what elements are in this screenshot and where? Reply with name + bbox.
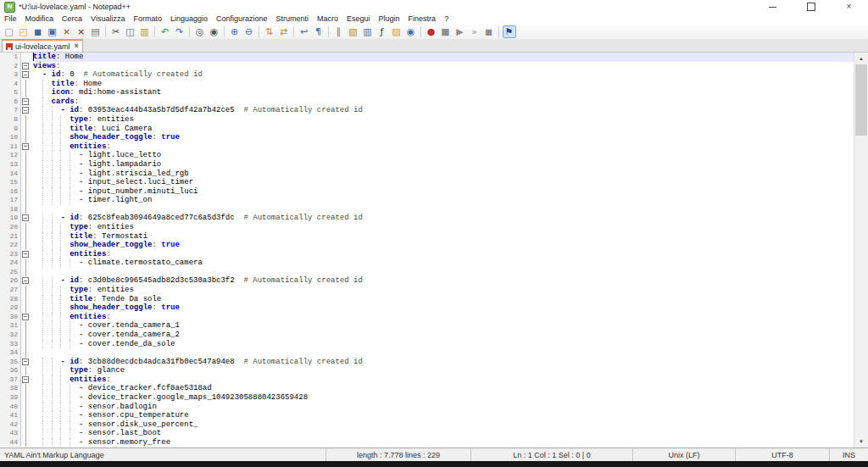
- menu-item-strumenti[interactable]: Strumenti: [272, 14, 314, 25]
- status-insert-mode[interactable]: INS: [829, 448, 868, 461]
- editor-text[interactable]: - id: 625c8feab3094649a8ced77c6a5d3fdc #…: [31, 214, 854, 223]
- editor-text[interactable]: type: entities: [31, 286, 854, 295]
- status-encoding[interactable]: UTF-8: [735, 448, 829, 461]
- find-button[interactable]: ◎: [193, 25, 207, 38]
- fold-margin-cell[interactable]: [21, 375, 31, 385]
- undo-button[interactable]: ↶: [159, 25, 172, 38]
- tab-ui-lovelace[interactable]: ui-lovelace.yaml ×: [2, 39, 83, 52]
- folder-as-workspace-button[interactable]: ▨: [390, 25, 403, 38]
- menu-item-plugin[interactable]: Plugin: [375, 14, 404, 25]
- editor-text[interactable]: - sensor.badlogin: [31, 403, 854, 412]
- fold-margin-cell[interactable]: [21, 62, 31, 71]
- editor-text[interactable]: - light.luce_letto: [31, 151, 854, 160]
- close-file-button[interactable]: ×: [60, 25, 74, 38]
- editor-text[interactable]: - device_tracker.fcf8ae5318ad: [31, 384, 854, 393]
- fold-margin-cell[interactable]: [21, 142, 31, 152]
- menu-item-linguaggio[interactable]: Linguaggio: [166, 14, 212, 25]
- fold-margin-cell[interactable]: [21, 97, 31, 107]
- menu-item-cerca[interactable]: Cerca: [58, 14, 86, 25]
- editor-text[interactable]: - light.lampadario: [31, 160, 854, 170]
- editor-text[interactable]: title: Termostati: [31, 232, 854, 242]
- editor-text[interactable]: cards:: [31, 97, 854, 107]
- fold-collapse-icon[interactable]: [22, 277, 29, 284]
- scroll-down-icon[interactable]: ▼: [854, 436, 868, 448]
- word-wrap-button[interactable]: ↩: [298, 25, 311, 38]
- new-file-button[interactable]: ▢: [3, 25, 16, 38]
- editor-text[interactable]: - sensor.disk_use_percent_: [31, 420, 854, 430]
- editor-text[interactable]: - id: 3cb88d0ecdcb4adca31fb0ec547a94e8 #…: [31, 358, 854, 367]
- editor-text[interactable]: title: Home: [31, 80, 854, 89]
- zoom-in-button[interactable]: ⊕: [228, 25, 242, 38]
- scrollbar-thumb[interactable]: [855, 64, 867, 136]
- editor-text[interactable]: icon: mdi:home-assistant: [31, 88, 854, 97]
- paste-button[interactable]: ▥: [138, 25, 152, 38]
- close-button[interactable]: ×: [830, 0, 868, 14]
- status-eol-format[interactable]: Unix (LF): [632, 448, 735, 461]
- editor-text[interactable]: type: glance: [31, 366, 854, 375]
- menu-item-finestra[interactable]: Finestra: [404, 14, 441, 25]
- editor-text[interactable]: - id: 0 # Automatically created id: [31, 70, 854, 80]
- editor-text[interactable]: [31, 268, 854, 277]
- fold-margin-cell[interactable]: [21, 250, 31, 259]
- scroll-up-icon[interactable]: ▲: [854, 53, 868, 64]
- editor-text[interactable]: entities:: [31, 375, 854, 385]
- editor-text[interactable]: - cover.tenda_camera_1: [31, 321, 854, 331]
- editor-text[interactable]: type: entities: [31, 115, 854, 125]
- save-all-button[interactable]: ▣: [46, 25, 59, 38]
- editor-text[interactable]: [31, 348, 854, 358]
- editor-text[interactable]: - cover.tenda_camera_2: [31, 331, 854, 340]
- fold-collapse-icon[interactable]: [22, 63, 29, 69]
- document-monitoring-button[interactable]: ◉: [404, 25, 418, 38]
- fold-collapse-icon[interactable]: [22, 98, 29, 105]
- menu-item-formato[interactable]: Formato: [129, 14, 166, 25]
- editor-text[interactable]: - sensor.memory_free: [31, 438, 854, 448]
- editor-text[interactable]: title: Luci Camera: [31, 125, 854, 134]
- indent-guide-button[interactable]: ∥: [332, 25, 346, 38]
- macro-record-button[interactable]: ●: [425, 25, 438, 38]
- minimize-button[interactable]: [754, 0, 792, 14]
- fold-margin-cell[interactable]: [21, 313, 31, 322]
- fold-collapse-icon[interactable]: [22, 214, 29, 221]
- zoom-out-button[interactable]: ⊖: [242, 25, 256, 38]
- fold-collapse-icon[interactable]: [22, 71, 29, 78]
- editor-text[interactable]: entities:: [31, 313, 854, 322]
- editor[interactable]: 1title: Home2views:3 - id: 0 # Automatic…: [0, 53, 854, 448]
- editor-text[interactable]: - cover.tende_da_sole: [31, 340, 854, 349]
- fold-collapse-icon[interactable]: [22, 359, 29, 365]
- editor-text[interactable]: title: Home: [31, 53, 854, 62]
- editor-text[interactable]: - timer.light_on: [31, 196, 854, 205]
- open-file-button[interactable]: ◰: [17, 25, 31, 38]
- print-button[interactable]: ▤: [89, 25, 103, 38]
- replace-button[interactable]: ◉: [208, 25, 221, 38]
- editor-text[interactable]: [31, 205, 854, 214]
- sync-vertical-scroll-button[interactable]: ⇅: [263, 25, 276, 38]
- editor-text[interactable]: - climate.termostato_camera: [31, 259, 854, 268]
- editor-text[interactable]: - sensor.last_boot: [31, 429, 854, 438]
- fold-collapse-icon[interactable]: [22, 251, 29, 258]
- editor-text[interactable]: show_header_toggle: true: [31, 241, 854, 250]
- editor-text[interactable]: show_header_toggle: true: [31, 303, 854, 313]
- maximize-button[interactable]: [792, 0, 830, 14]
- menu-item-file[interactable]: File: [0, 14, 21, 25]
- close-all-button[interactable]: ×: [75, 25, 88, 38]
- editor-text[interactable]: type: entities: [31, 223, 854, 232]
- editor-text[interactable]: - id: 03953eac444b43a5b7d5df42a7b42ce5 #…: [31, 106, 854, 115]
- fold-collapse-icon[interactable]: [22, 143, 29, 150]
- copy-button[interactable]: ◫: [124, 25, 137, 38]
- macro-play-button[interactable]: ▶: [453, 25, 467, 38]
- fold-margin-cell[interactable]: [21, 214, 31, 223]
- editor-text[interactable]: entities:: [31, 250, 854, 259]
- menu-item-esegui[interactable]: Esegui: [342, 14, 375, 25]
- editor-text[interactable]: - device_tracker.google_maps_10492305888…: [31, 393, 854, 403]
- show-all-characters-button[interactable]: ¶: [312, 25, 326, 38]
- fold-collapse-icon[interactable]: [22, 376, 29, 383]
- editor-text[interactable]: entities:: [31, 142, 854, 152]
- editor-text[interactable]: show_header_toggle: true: [31, 133, 854, 142]
- fold-margin-cell[interactable]: [21, 106, 31, 115]
- editor-text[interactable]: - input_number.minuti_luci: [31, 187, 854, 197]
- save-file-button[interactable]: ◼: [31, 25, 45, 38]
- menu-item-modifica[interactable]: Modifica: [21, 14, 58, 25]
- menu-item-visualizza[interactable]: Visualizza: [86, 14, 129, 25]
- editor-text[interactable]: - light.striscia_led_rgb: [31, 170, 854, 179]
- editor-text[interactable]: - id: c3d0be8c996545adb82d3c530a3bc3f2 #…: [31, 276, 854, 286]
